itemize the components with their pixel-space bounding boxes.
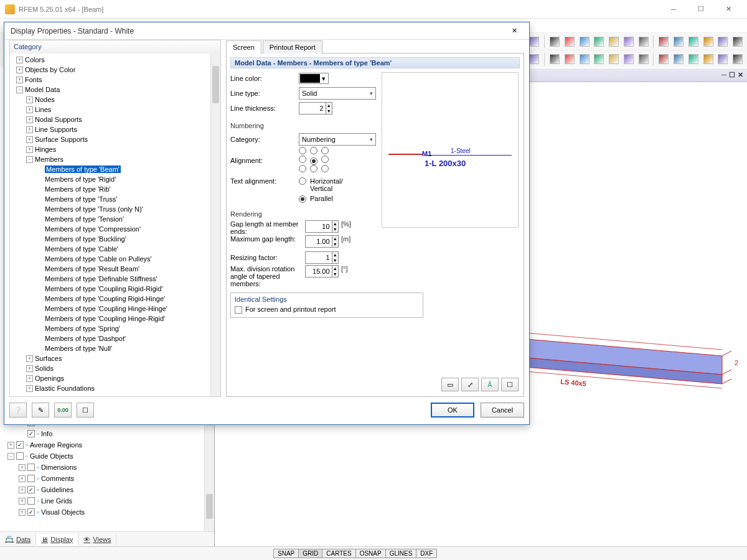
preview-btn-4[interactable]: ☐ <box>501 378 519 391</box>
line-type-select[interactable]: Solid▾ <box>299 87 376 100</box>
window-minimize[interactable]: ─ <box>660 1 687 18</box>
tree-item[interactable]: Members of type 'Coupling Rigid-Rigid' <box>14 284 220 294</box>
toolbar-btn-140[interactable] <box>622 52 636 66</box>
status-grid[interactable]: GRID <box>298 549 322 558</box>
line-color-picker[interactable]: ▾ <box>299 73 329 84</box>
status-cartes[interactable]: CARTES <box>322 549 355 558</box>
tree-item[interactable]: +Elastic Foundations <box>14 383 220 393</box>
tree-item[interactable]: +Colors <box>14 55 220 65</box>
tree-item[interactable]: Members of type 'Truss (only N)' <box>14 204 220 214</box>
toolbar-btn-146[interactable] <box>716 52 730 66</box>
textalign-parallel[interactable] <box>299 195 306 203</box>
tree-item[interactable]: +Nodes <box>14 95 220 105</box>
toolbar-btn-137[interactable] <box>578 52 591 66</box>
tree-item[interactable]: Members of type 'Tension' <box>14 214 220 224</box>
tree-item[interactable]: Members of type 'Coupling Rigid-Hinge' <box>14 294 220 304</box>
dialog-titlebar[interactable]: Display Properties - Standard - White ✕ <box>4 22 529 40</box>
tree-item[interactable]: +Openings <box>14 373 220 383</box>
status-glines[interactable]: GLINES <box>385 549 417 558</box>
cancel-button[interactable]: Cancel <box>481 403 524 418</box>
doc-minimize[interactable]: ─ <box>721 71 726 79</box>
for-screen-checkbox[interactable]: For screen and printout report <box>235 306 336 313</box>
window-maximize[interactable]: ☐ <box>687 1 715 18</box>
tree-item[interactable]: Members of type 'Rib' <box>14 184 220 194</box>
toolbar-btn-135[interactable] <box>548 52 561 66</box>
tree-item[interactable]: Members of type 'Definable Stiffness' <box>14 274 220 284</box>
align-r2c2[interactable] <box>310 157 317 165</box>
tree-item[interactable]: Members of type 'Null' <box>14 343 220 353</box>
category-select[interactable]: Numbering▾ <box>299 133 376 146</box>
tree-item[interactable]: +Solids <box>14 363 220 373</box>
tree-item[interactable]: +Lines <box>14 105 220 114</box>
ok-button[interactable]: OK <box>431 403 474 418</box>
toolbar-btn-147[interactable] <box>731 52 745 66</box>
align-r2c1[interactable] <box>299 156 306 163</box>
toolbar-btn-37[interactable] <box>578 35 591 49</box>
nav-item[interactable]: -▫Guide Objects <box>4 450 204 462</box>
toolbar-btn-136[interactable] <box>563 52 576 66</box>
toolbar-btn-38[interactable] <box>592 35 606 49</box>
navigator-tree[interactable]: ▫All Values▫Info+▫Average Regions-▫Guide… <box>4 417 204 523</box>
dialog-close-button[interactable]: ✕ <box>505 25 523 37</box>
tab-display[interactable]: 🖥 Display <box>36 534 78 545</box>
toolbar-btn-46[interactable] <box>716 35 730 49</box>
toolbar-btn-45[interactable] <box>702 35 715 49</box>
tree-item[interactable]: +Line Supports <box>14 124 220 134</box>
tree-item[interactable]: Members of type 'Compression' <box>14 224 220 234</box>
tree-item[interactable]: Members of type 'Coupling Hinge-Hinge' <box>14 304 220 314</box>
tree-item[interactable]: -Members <box>14 154 220 164</box>
tree-item[interactable]: +Surfaces <box>14 353 220 363</box>
doc-maximize[interactable]: ☐ <box>729 71 735 79</box>
align-r2c3[interactable] <box>321 156 329 163</box>
preview-btn-3[interactable]: Å <box>481 378 499 391</box>
align-r1c3[interactable] <box>321 147 329 154</box>
tree-item[interactable]: Members of type 'Beam' <box>14 164 220 174</box>
nav-item[interactable]: +▫Average Regions <box>4 439 204 450</box>
align-r3c1[interactable] <box>299 165 306 172</box>
status-dxf[interactable]: DXF <box>416 549 437 558</box>
tree-item[interactable]: -Model Data <box>14 85 220 95</box>
textalign-hv[interactable] <box>299 177 306 185</box>
toolbar-btn-142[interactable] <box>657 52 670 66</box>
preview-btn-2[interactable]: ⤢ <box>461 378 479 391</box>
tree-item[interactable]: +Nodal Supports <box>14 114 220 124</box>
tree-item[interactable]: +Fonts <box>14 75 220 85</box>
toolbar-btn-143[interactable] <box>672 52 685 66</box>
nav-item[interactable]: +▫Comments <box>4 473 204 484</box>
tree-item[interactable]: +Objects by Color <box>14 65 220 75</box>
preview-btn-1[interactable]: ▭ <box>441 378 459 391</box>
tree-item[interactable]: +Surface Supports <box>14 134 220 144</box>
edit-button[interactable]: ✎ <box>32 403 49 418</box>
tree-item[interactable]: +Hinges <box>14 144 220 154</box>
line-thickness-spin[interactable]: ▲▼ <box>299 102 332 114</box>
window-close[interactable]: ✕ <box>715 1 742 18</box>
icon-button[interactable]: ☐ <box>77 403 94 418</box>
gap-length-spin[interactable]: ▲▼ <box>305 220 339 233</box>
tree-item[interactable]: Members of type 'Coupling Hinge-Rigid' <box>14 314 220 324</box>
align-r3c3[interactable] <box>321 165 329 172</box>
help-button[interactable]: ❔ <box>9 403 27 418</box>
toolbar-btn-139[interactable] <box>607 52 621 66</box>
navigator-scrollbar[interactable] <box>204 417 214 531</box>
toolbar-btn-138[interactable] <box>592 52 606 66</box>
max-gap-spin[interactable]: ▲▼ <box>305 235 339 248</box>
toolbar-btn-141[interactable] <box>637 52 651 66</box>
category-tree[interactable]: +Colors+Objects by Color+Fonts-Model Dat… <box>10 54 220 396</box>
scale-button[interactable]: 0.00 <box>54 403 72 418</box>
toolbar-btn-35[interactable] <box>548 35 561 49</box>
nav-item[interactable]: +▫Guidelines <box>4 484 204 495</box>
toolbar-btn-41[interactable] <box>637 35 651 49</box>
tree-item[interactable]: Members of type 'Rigid' <box>14 174 220 184</box>
nav-item[interactable]: +▫Dimensions <box>4 462 204 473</box>
toolbar-btn-42[interactable] <box>657 35 670 49</box>
tree-item[interactable]: Members of type 'Truss' <box>14 194 220 204</box>
tree-item[interactable]: Members of type 'Result Beam' <box>14 264 220 274</box>
max-div-spin[interactable]: ▲▼ <box>305 265 339 278</box>
tab-views[interactable]: 👁 Views <box>78 534 116 545</box>
tree-item[interactable]: Members of type 'Cable' <box>14 244 220 254</box>
toolbar-btn-36[interactable] <box>563 35 576 49</box>
tree-item[interactable]: Members of type 'Spring' <box>14 324 220 334</box>
doc-close[interactable]: ✕ <box>738 71 743 79</box>
status-osnap[interactable]: OSNAP <box>355 549 386 558</box>
toolbar-btn-47[interactable] <box>731 35 745 49</box>
